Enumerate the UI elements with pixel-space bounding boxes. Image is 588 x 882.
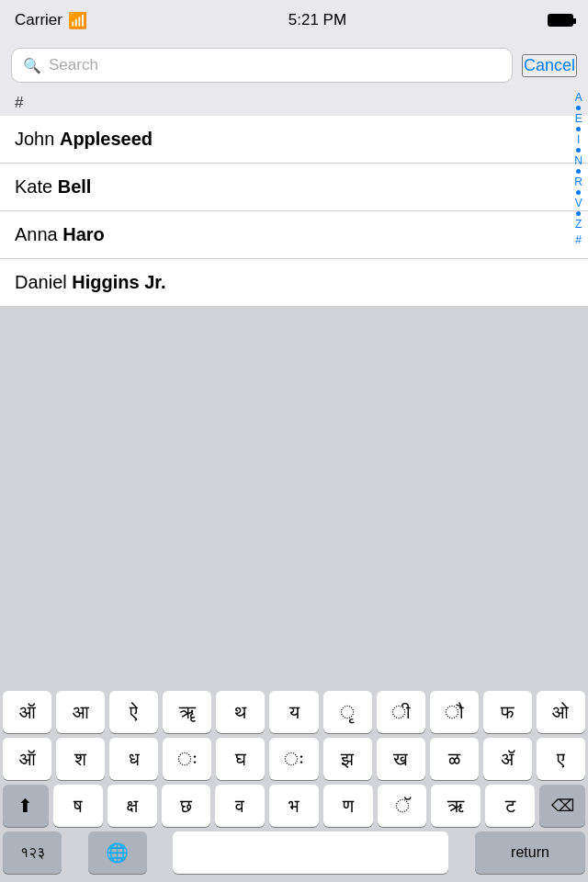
contact-first: Daniel xyxy=(15,272,72,292)
contact-name: Kate Bell xyxy=(15,176,91,198)
key-ae[interactable]: ॲ xyxy=(483,738,532,780)
index-letter-n[interactable]: N xyxy=(574,153,582,168)
index-letter-r[interactable]: R xyxy=(574,175,582,189)
index-dot xyxy=(576,190,581,195)
key-ksha[interactable]: क्ष xyxy=(107,785,157,827)
key-sha2[interactable]: ष xyxy=(53,785,103,827)
key-bha[interactable]: भ xyxy=(269,785,319,827)
index-letter-a[interactable]: A xyxy=(575,90,582,105)
keyboard: ऑ आ ऐ ॠ थ य ृ ी ौ फ ओ ऑ श ध ः घ ः झ ख ळ … xyxy=(0,684,588,882)
key-e[interactable]: ए xyxy=(537,738,585,780)
index-letter-v[interactable]: V xyxy=(575,196,582,210)
index-dot xyxy=(576,169,581,174)
key-gha[interactable]: घ xyxy=(216,738,265,780)
key-na[interactable]: ण xyxy=(323,785,373,827)
search-icon: 🔍 xyxy=(23,57,41,74)
backspace-key[interactable]: ⌫ xyxy=(539,785,585,827)
search-input[interactable] xyxy=(49,56,501,74)
table-row[interactable]: Kate Bell xyxy=(0,164,588,211)
keyboard-bottom-row: १२३ 🌐 return xyxy=(3,831,585,874)
contact-name: Anna Haro xyxy=(15,224,105,245)
cancel-button[interactable]: Cancel xyxy=(522,54,577,77)
index-sidebar[interactable]: A E I N R V Z # xyxy=(574,90,582,247)
key-lla[interactable]: ळ xyxy=(430,738,479,780)
keyboard-row-2: ऑ श ध ः घ ः झ ख ळ ॲ ए xyxy=(3,738,585,780)
contact-first: Anna xyxy=(15,224,62,244)
index-dot xyxy=(576,148,581,153)
status-time: 5:21 PM xyxy=(288,11,346,29)
key-ii[interactable]: ी xyxy=(377,691,425,733)
status-bar: Carrier 📶 5:21 PM xyxy=(0,0,588,40)
search-bar-container: 🔍 Cancel xyxy=(0,40,588,90)
index-letter-i[interactable]: I xyxy=(577,132,580,147)
index-dot xyxy=(576,127,581,131)
contact-last: Bell xyxy=(58,176,92,197)
index-dot xyxy=(576,211,581,216)
table-row[interactable]: Anna Haro xyxy=(0,211,588,259)
key-ya[interactable]: य xyxy=(269,691,318,733)
globe-key[interactable]: 🌐 xyxy=(88,831,147,874)
key-o[interactable]: ओ xyxy=(537,691,585,733)
numbers-key[interactable]: १२३ xyxy=(3,831,62,874)
contact-last: Appleseed xyxy=(60,129,153,149)
key-visarga2[interactable]: ः xyxy=(269,738,318,780)
key-ta[interactable]: ट xyxy=(485,785,535,827)
key-dha[interactable]: ध xyxy=(109,738,158,780)
key-sha[interactable]: श xyxy=(56,738,105,780)
shift-key[interactable]: ⬆ xyxy=(3,785,49,827)
index-letter-e[interactable]: E xyxy=(575,111,582,126)
carrier-label: Carrier xyxy=(15,11,62,29)
contact-last: Higgins Jr. xyxy=(72,272,165,292)
contacts-list: # John Appleseed Kate Bell Anna Haro Dan… xyxy=(0,90,588,307)
contact-last: Haro xyxy=(62,224,105,244)
key-aa[interactable]: आ xyxy=(56,691,105,733)
key-jha[interactable]: झ xyxy=(323,738,372,780)
index-letter-z[interactable]: Z xyxy=(575,217,582,232)
key-chandrabindu[interactable]: ॅ xyxy=(378,785,427,827)
contact-name: Daniel Higgins Jr. xyxy=(15,272,166,293)
key-ru[interactable]: ृ xyxy=(323,691,372,733)
key-pha[interactable]: फ xyxy=(483,691,532,733)
index-dot xyxy=(576,106,581,110)
table-row[interactable]: Daniel Higgins Jr. xyxy=(0,259,588,307)
keyboard-row-3: ⬆ ष क्ष छ व भ ण ॅ ऋ ट ⌫ xyxy=(3,785,585,827)
keyboard-row-1: ऑ आ ऐ ॠ थ य ृ ी ौ फ ओ xyxy=(3,691,585,733)
key-va[interactable]: व xyxy=(215,785,265,827)
key-au2[interactable]: ौ xyxy=(430,691,479,733)
status-right xyxy=(548,14,573,27)
index-letter-hash[interactable]: # xyxy=(575,232,582,247)
table-row[interactable]: John Appleseed xyxy=(0,116,588,164)
key-au[interactable]: ऑ xyxy=(3,691,51,733)
contact-name: John Appleseed xyxy=(15,129,153,150)
section-header: # xyxy=(0,90,588,116)
key-tha[interactable]: थ xyxy=(216,691,265,733)
contact-first: Kate xyxy=(15,176,58,197)
status-left: Carrier 📶 xyxy=(15,11,87,30)
key-kha[interactable]: ख xyxy=(377,738,425,780)
key-visarga[interactable]: ः xyxy=(163,738,211,780)
wifi-icon: 📶 xyxy=(68,11,87,30)
key-ri[interactable]: ॠ xyxy=(163,691,211,733)
space-key[interactable] xyxy=(173,831,448,874)
key-ai[interactable]: ऐ xyxy=(109,691,158,733)
key-au3[interactable]: ऑ xyxy=(3,738,51,780)
search-input-wrapper[interactable]: 🔍 xyxy=(11,48,513,83)
contact-first: John xyxy=(15,129,60,149)
battery-icon xyxy=(548,14,573,27)
return-key[interactable]: return xyxy=(475,831,585,874)
key-rrr[interactable]: ऋ xyxy=(431,785,481,827)
key-chha[interactable]: छ xyxy=(162,785,211,827)
